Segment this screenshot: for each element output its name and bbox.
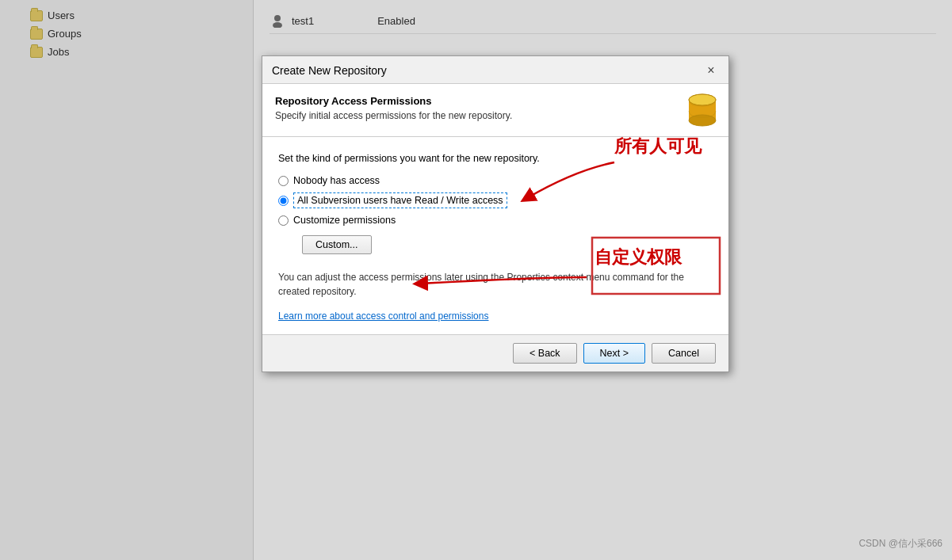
dialog-body: Set the kind of permissions you want for… <box>262 137 728 335</box>
dialog-header-text: Repository Access Permissions Specify in… <box>275 95 512 121</box>
cancel-button[interactable]: Cancel <box>652 343 716 364</box>
label-customize[interactable]: Customize permissions <box>293 215 396 226</box>
radio-nobody[interactable] <box>278 176 289 186</box>
custom-button[interactable]: Custom... <box>302 235 372 254</box>
create-repository-dialog: Create New Repository × Repository Acces… <box>262 55 729 372</box>
option-all[interactable]: All Subversion users have Read / Write a… <box>278 192 713 208</box>
dialog-titlebar: Create New Repository × <box>262 56 728 84</box>
dialog-close-button[interactable]: × <box>703 63 719 78</box>
dialog-header-heading: Repository Access Permissions <box>275 95 512 107</box>
dialog-title: Create New Repository <box>272 64 387 77</box>
permissions-intro: Set the kind of permissions you want for… <box>278 153 713 164</box>
database-icon <box>687 92 716 125</box>
learn-more-link[interactable]: Learn more about access control and perm… <box>278 310 488 322</box>
svg-point-4 <box>689 115 716 126</box>
dialog-header: Repository Access Permissions Specify in… <box>262 84 728 137</box>
option-customize[interactable]: Customize permissions <box>278 215 713 226</box>
radio-customize[interactable] <box>278 215 289 226</box>
permissions-note: You can adjust the access permissions la… <box>278 270 713 299</box>
label-nobody[interactable]: Nobody has access <box>293 175 380 186</box>
dialog-footer: < Back Next > Cancel <box>262 335 728 371</box>
label-all[interactable]: All Subversion users have Read / Write a… <box>293 192 507 208</box>
radio-all[interactable] <box>278 196 289 206</box>
option-nobody[interactable]: Nobody has access <box>278 175 713 186</box>
svg-point-5 <box>689 94 716 105</box>
back-button[interactable]: < Back <box>513 343 577 364</box>
next-button[interactable]: Next > <box>583 343 645 364</box>
dialog-header-subtext: Specify initial access permissions for t… <box>275 110 512 121</box>
